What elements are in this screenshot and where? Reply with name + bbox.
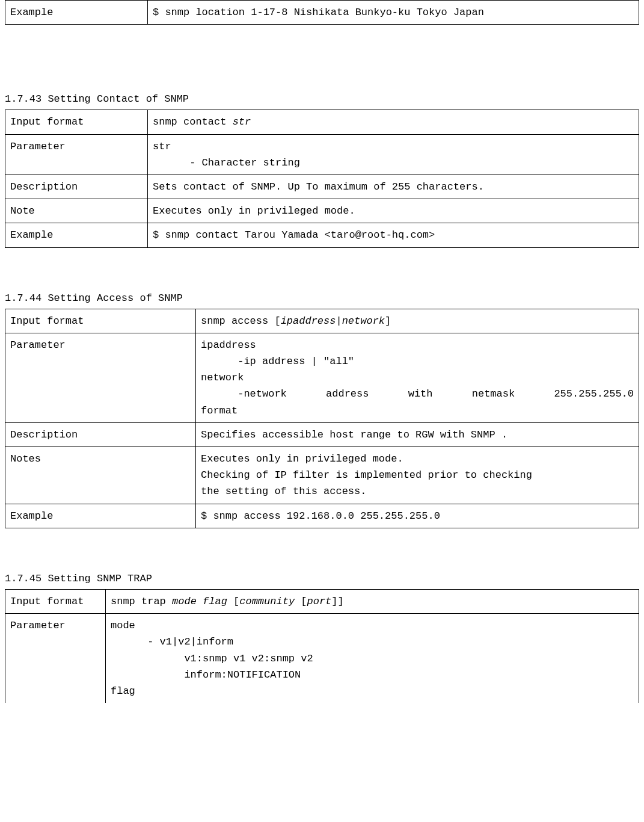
row-note-label: Note [5,199,148,223]
text-italic: mode flag [172,596,227,607]
param-line-4: inform:NOTIFICATION [111,667,634,683]
text-plain: snmp contact [153,116,233,128]
row-description-value: Specifies accessible host range to RGW w… [196,422,639,447]
section-0-table: Example $ snmp location 1-17-8 Nishikata… [5,0,639,25]
row-parameter-value: ipaddress -ip address | "all" network -n… [196,333,639,422]
text-plain: ]] [331,596,343,607]
text-italic: port [307,596,332,607]
row-description-label: Description [5,175,148,199]
row-parameter-label: Parameter [5,614,106,703]
param-line-1: mode [111,617,634,634]
row-parameter-label: Parameter [5,333,196,422]
section-1-table: Input format snmp contact str Parameter … [5,110,639,247]
row-description-label: Description [5,422,196,447]
row-note-value: Executes only in privileged mode. [148,199,639,223]
row-parameter-value: mode - v1|v2|inform v1:snmp v1 v2:snmp v… [106,614,639,703]
text-plain: snmp access [ [201,315,281,327]
row-example-value: $ snmp access 192.168.0.0 255.255.255.0 [196,504,639,528]
document-page: Example $ snmp location 1-17-8 Nishikata… [0,0,644,708]
row-example-value: $ snmp contact Tarou Yamada <taro@root-h… [148,223,639,247]
row-example-label: Example [5,1,148,25]
row-input-format-label: Input format [5,309,196,333]
text-plain: snmp trap [111,596,172,607]
row-input-format-value: snmp contact str [148,110,639,134]
notes-line-3: the setting of this access. [201,483,634,499]
text-italic: ipaddress|network [281,315,385,327]
row-parameter-label: Parameter [5,134,148,175]
row-example-label: Example [5,223,148,247]
section-1-heading: 1.7.43 Setting Contact of SNMP [5,91,639,107]
param-line-3: network [201,369,634,386]
row-example-value: $ snmp location 1-17-8 Nishikata Bunkyo-… [148,1,639,25]
param-line-2: - v1|v2|inform [111,634,634,650]
notes-line-1: Executes only in privileged mode. [201,451,634,467]
row-example-label: Example [5,504,196,528]
row-input-format-label: Input format [5,589,106,613]
param-line-4: -network address with netmask 255.255.25… [201,386,634,402]
row-input-format-value: snmp access [ipaddress|network] [196,309,639,333]
section-2-table: Input format snmp access [ipaddress|netw… [5,309,639,528]
text-plain: [ [227,596,239,607]
section-2-heading: 1.7.44 Setting Access of SNMP [5,290,639,306]
row-input-format-label: Input format [5,110,148,134]
param-line-5: format [201,403,634,419]
param-line-2: - Character string [153,155,634,171]
text-plain: [ [295,596,307,607]
text-italic: community [239,596,295,607]
section-3-table: Input format snmp trap mode flag [commun… [5,589,639,703]
row-input-format-value: snmp trap mode flag [community [port]] [106,589,639,613]
param-line-1: ipaddress [201,337,634,353]
row-parameter-value: str - Character string [148,134,639,175]
row-notes-value: Executes only in privileged mode. Checki… [196,447,639,504]
param-line-3: v1:snmp v1 v2:snmp v2 [111,650,634,667]
param-line-5: flag [111,683,634,699]
section-3-heading: 1.7.45 Setting SNMP TRAP [5,570,639,587]
param-line-1: str [153,138,634,155]
row-description-value: Sets contact of SNMP. Up To maximum of 2… [148,175,639,199]
text-plain: ] [385,315,391,327]
row-notes-label: Notes [5,447,196,504]
param-line-2: -ip address | "all" [201,353,634,369]
notes-line-2: Checking of IP filter is implemented pri… [201,467,634,483]
text-italic: str [233,116,251,128]
